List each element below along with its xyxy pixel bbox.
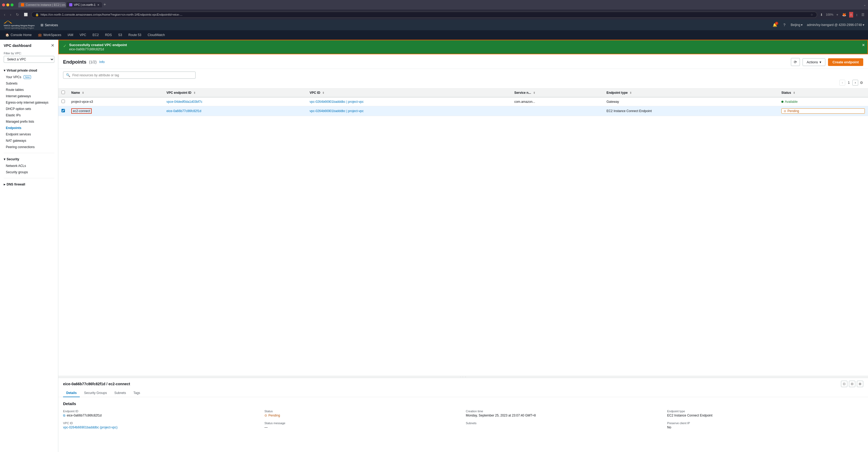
sidebar-close-button[interactable]: ✕ — [51, 43, 54, 48]
sidebar-title: VPC dashboard — [4, 43, 31, 48]
actions-button[interactable]: Actions ▾ — [803, 58, 825, 66]
row1-checkbox-cell[interactable] — [58, 97, 68, 106]
network-acls-label: Network ACLs — [6, 164, 26, 168]
detail-tab-security-groups[interactable]: Security Groups — [81, 389, 110, 397]
success-banner: ✓ Successfully created VPC endpoint eice… — [58, 40, 868, 54]
service-nav-vpc[interactable]: VPC — [77, 32, 89, 38]
zoom-in-button[interactable]: + — [835, 12, 839, 18]
search-input-wrap[interactable]: 🔍 — [63, 71, 195, 79]
service-nav-console-home[interactable]: 🏠 Console Home — [3, 32, 34, 38]
banner-close-button[interactable]: × — [862, 42, 865, 48]
address-bar[interactable]: 🔒 https://cn-north-1.console.amazonaws.c… — [31, 12, 817, 18]
service-nav-rds[interactable]: RDS — [102, 32, 115, 38]
vpc-filter-select[interactable]: Select a VPC — [4, 56, 54, 63]
detail-tab-details[interactable]: Details — [63, 389, 80, 397]
row2-checkbox[interactable] — [61, 109, 65, 112]
col-status[interactable]: Status ⇕ — [778, 89, 868, 97]
service-nav-route53[interactable]: Route 53 — [126, 32, 144, 38]
sidebar-section-dns-header[interactable]: ▸ DNS firewall — [0, 181, 58, 188]
detail-panel-split-button[interactable]: ⊟ — [849, 381, 855, 387]
sidebar-item-internet-gateways[interactable]: Internet gateways — [0, 93, 58, 99]
refresh-button[interactable]: ⟳ — [791, 58, 800, 66]
notifications-button[interactable]: 🔔 ! — [772, 22, 778, 28]
col-name[interactable]: Name ⇕ — [68, 89, 163, 97]
detail-tab-tags[interactable]: Tags — [130, 389, 143, 397]
menu-button[interactable]: ☰ — [861, 12, 865, 18]
minimize-button[interactable] — [6, 3, 9, 6]
row1-checkbox[interactable] — [61, 100, 65, 103]
browser-tab-1[interactable]: Connect to instance | EC2 | cn-n... ✕ — [18, 2, 66, 7]
browser-tab-2[interactable]: VPC | cn-north-1 ✕ — [66, 2, 102, 7]
sidebar-item-route-tables[interactable]: Route tables — [0, 87, 58, 93]
pagination-settings-icon[interactable]: ⚙ — [860, 81, 863, 85]
service-nav: 🏠 Console Home 💼 WorkSpaces IAM VPC EC2 … — [0, 30, 868, 40]
resize-handle[interactable]: · · · — [58, 376, 868, 378]
user-avatar[interactable]: A — [849, 12, 853, 18]
row2-endpoint-id-link[interactable]: eice-0a66b77c86fc82f1d — [166, 109, 201, 113]
detail-tabs: Details Security Groups Subnets Tags — [58, 389, 868, 397]
pagination-next-button[interactable]: › — [852, 80, 858, 86]
help-button[interactable]: ? — [782, 22, 787, 28]
forward-button[interactable]: › — [9, 12, 13, 17]
maximize-button[interactable] — [10, 3, 13, 6]
sidebar-item-elastic-ips[interactable]: Elastic IPs — [0, 112, 58, 118]
service-nav-cloudwatch[interactable]: CloudWatch — [145, 32, 167, 38]
sidebar-item-peering[interactable]: Peering connections — [0, 144, 58, 150]
sidebar-section-vpc-header[interactable]: ▾ Virtual private cloud — [0, 67, 58, 74]
row2-vpc-id-link[interactable]: vpc-0264b66901badddbc | project-vpc — [310, 109, 364, 113]
table-row[interactable]: ec2-connect eice-0a66b77c86fc82f1d vpc-0… — [58, 106, 868, 116]
detail-tab-subnets[interactable]: Subnets — [111, 389, 129, 397]
service-nav-s3[interactable]: S3 — [116, 32, 125, 38]
detail-vpc-id-link[interactable]: vpc-0264b66901badddbc (project-vpc) — [63, 425, 117, 429]
col-vpc-id[interactable]: VPC ID ⇕ — [307, 89, 511, 97]
create-endpoint-button[interactable]: Create endpoint — [828, 58, 863, 66]
sidebar-item-egress-gateways[interactable]: Egress-only internet gateways — [0, 99, 58, 106]
service-nav-workspaces[interactable]: 💼 WorkSpaces — [35, 32, 64, 38]
window-controls[interactable]: ⌄ — [864, 3, 866, 7]
detail-label-status: Status — [265, 410, 461, 413]
detail-field-endpoint-id: Endpoint ID ⧉ eice-0a66b77c86fc82f1d — [63, 410, 259, 417]
region-selector[interactable]: Beijing ▾ — [790, 23, 803, 27]
sidebar-item-your-vpcs[interactable]: Your VPCs New — [0, 74, 58, 80]
col-endpoint-id[interactable]: VPC endpoint ID ⇕ — [163, 89, 306, 97]
info-link[interactable]: Info — [99, 60, 105, 64]
user-menu[interactable]: admin/lxy-lsengard @ 4200-2996-0748 ▾ — [807, 23, 864, 27]
bookmark-icon[interactable]: ☆ — [810, 13, 813, 17]
service-nav-workspaces-label: WorkSpaces — [43, 33, 61, 37]
sidebar-item-nat-gateways[interactable]: NAT gateways — [0, 138, 58, 144]
reload-button[interactable]: ↻ — [14, 12, 21, 17]
service-nav-ec2[interactable]: EC2 — [90, 32, 101, 38]
your-vpcs-label: Your VPCs — [6, 75, 21, 79]
row1-endpoint-id-link[interactable]: vpce-04dedf0da1d03bf7c — [166, 100, 202, 103]
extensions-button[interactable]: ⬜ — [23, 12, 29, 17]
sidebar-item-security-groups[interactable]: Security groups — [0, 169, 58, 175]
select-all-checkbox[interactable] — [61, 91, 65, 94]
sidebar-section-security-header[interactable]: ▾ Security — [0, 156, 58, 163]
pagination-prev-button[interactable]: ‹ — [839, 80, 845, 86]
detail-panel-expand-button[interactable]: ⊡ — [841, 381, 847, 387]
sidebar-item-endpoint-services[interactable]: Endpoint services — [0, 131, 58, 138]
tab2-close[interactable]: ✕ — [97, 3, 99, 6]
sync-button[interactable]: ↕ — [855, 12, 859, 18]
services-menu-button[interactable]: ⊞ Services — [38, 22, 60, 28]
detail-section-title: Details — [63, 401, 863, 406]
sidebar-item-network-acls[interactable]: Network ACLs — [0, 163, 58, 169]
sidebar-item-prefix-lists[interactable]: Managed prefix lists — [0, 118, 58, 125]
col-service-name[interactable]: Service n... ⇕ — [511, 89, 603, 97]
table-row[interactable]: project-vpce-s3 vpce-04dedf0da1d03bf7c v… — [58, 97, 868, 106]
sidebar-item-endpoints[interactable]: Endpoints — [0, 125, 58, 131]
col-endpoint-type[interactable]: Endpoint type ⇕ — [603, 89, 778, 97]
downloads-button[interactable]: ⬇ — [819, 12, 824, 18]
copy-icon[interactable]: ⧉ — [63, 414, 65, 417]
detail-panel-collapse-button[interactable]: ⊞ — [857, 381, 863, 387]
sidebar-item-subnets[interactable]: Subnets — [0, 80, 58, 87]
row1-vpc-id-link[interactable]: vpc-0264b66901badddbc | project-vpc — [310, 100, 364, 103]
back-button[interactable]: ‹ — [3, 12, 7, 17]
detail-tab-details-label: Details — [66, 391, 76, 395]
close-button[interactable] — [2, 3, 5, 6]
search-input[interactable] — [72, 73, 193, 77]
new-tab-button[interactable]: + — [102, 2, 107, 7]
sidebar-item-dhcp[interactable]: DHCP option sets — [0, 106, 58, 112]
row2-checkbox-cell[interactable] — [58, 106, 68, 116]
service-nav-iam[interactable]: IAM — [65, 32, 76, 38]
